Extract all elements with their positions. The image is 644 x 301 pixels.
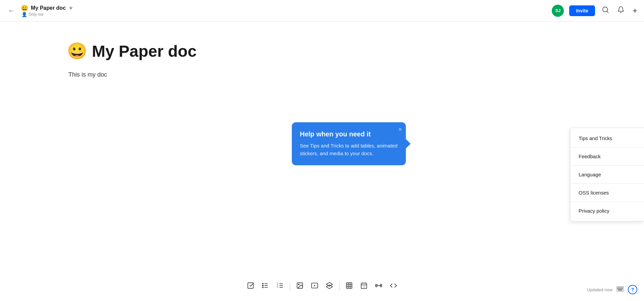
doc-title: My Paper doc — [31, 5, 66, 11]
svg-rect-38 — [621, 287, 622, 288]
numbered-list-icon[interactable]: 1 2 3 — [274, 280, 286, 293]
svg-point-8 — [262, 287, 263, 288]
dropdown-divider-2 — [571, 165, 644, 166]
svg-rect-44 — [622, 289, 623, 289]
avatar: SJ — [552, 5, 564, 17]
dropdown-item-language[interactable]: Language — [571, 167, 644, 182]
back-button[interactable]: ← — [5, 5, 17, 16]
header-right: SJ Invite + — [552, 5, 639, 17]
checkbox-icon[interactable] — [244, 280, 257, 293]
svg-text:12: 12 — [363, 286, 365, 288]
svg-marker-20 — [326, 285, 332, 289]
invite-button[interactable]: Invite — [569, 5, 595, 16]
doc-visibility-label: Only me — [29, 12, 44, 17]
calendar-icon[interactable]: 12 — [358, 280, 370, 293]
notifications-button[interactable] — [616, 5, 626, 16]
dropdown-divider-1 — [571, 147, 644, 147]
help-popup-close-button[interactable]: × — [398, 126, 402, 132]
help-popup-body: See Tips and Tricks to add tables, anima… — [300, 142, 398, 157]
dropdown-item-tips-tricks[interactable]: Tips and Tricks — [571, 131, 644, 146]
bottom-right-bar: Updated now ? — [587, 285, 637, 294]
doc-title-area: 😀 My Paper doc ★ 👤 Only me — [21, 4, 73, 17]
svg-rect-2 — [248, 283, 254, 289]
heading-text: My Paper doc — [92, 42, 197, 60]
svg-line-1 — [607, 11, 608, 12]
bottom-toolbar: 1 2 3 12 — [244, 280, 400, 293]
keyboard-icon[interactable] — [616, 286, 624, 293]
doc-subtitle: 👤 Only me — [21, 12, 73, 17]
svg-point-7 — [262, 285, 263, 286]
dropbox-icon[interactable] — [323, 280, 336, 293]
help-popup-arrow — [406, 139, 411, 148]
doc-body: This is my doc — [68, 71, 577, 78]
svg-rect-36 — [619, 287, 619, 288]
dropdown-item-oss-licenses[interactable]: OSS licenses — [571, 185, 644, 200]
svg-rect-21 — [346, 283, 352, 289]
bullet-list-icon[interactable] — [259, 280, 272, 293]
help-circle-button[interactable]: ? — [628, 285, 637, 294]
search-button[interactable] — [600, 5, 610, 16]
image-icon[interactable] — [293, 280, 306, 293]
svg-marker-19 — [326, 283, 332, 286]
toolbar-divider-2 — [339, 283, 339, 291]
help-popup: × Help when you need it See Tips and Tri… — [292, 122, 406, 165]
header: ← 😀 My Paper doc ★ 👤 Only me SJ Invite — [0, 0, 644, 22]
add-button[interactable]: + — [631, 5, 639, 17]
dropdown-divider-4 — [571, 202, 644, 202]
svg-rect-40 — [618, 289, 618, 289]
svg-rect-41 — [619, 289, 619, 289]
svg-rect-43 — [621, 289, 622, 289]
svg-rect-35 — [618, 287, 618, 288]
code-icon[interactable] — [387, 280, 400, 293]
help-popup-title: Help when you need it — [300, 130, 398, 138]
updated-timestamp: Updated now — [587, 287, 612, 292]
svg-rect-45 — [619, 290, 622, 290]
svg-text:3: 3 — [277, 286, 278, 288]
doc-title-row: 😀 My Paper doc ★ — [21, 4, 73, 12]
svg-point-16 — [298, 284, 299, 285]
svg-marker-18 — [314, 285, 316, 287]
doc-emoji: 😀 — [21, 4, 28, 12]
star-icon[interactable]: ★ — [68, 5, 73, 11]
table-icon[interactable] — [343, 280, 356, 293]
main-content: 😀 My Paper doc This is my doc × Help whe… — [0, 22, 644, 98]
toolbar-divider-1 — [290, 283, 290, 291]
dropdown-item-feedback[interactable]: Feedback — [571, 149, 644, 164]
dropdown-divider-3 — [571, 183, 644, 184]
person-icon: 👤 — [21, 12, 27, 17]
doc-heading: 😀 My Paper doc — [67, 42, 577, 60]
svg-rect-37 — [620, 287, 621, 288]
svg-rect-39 — [622, 287, 623, 288]
header-left: ← 😀 My Paper doc ★ 👤 Only me — [5, 4, 552, 17]
embed-icon[interactable] — [308, 280, 321, 293]
svg-rect-42 — [620, 289, 621, 289]
dropdown-menu: Tips and Tricks Feedback Language OSS li… — [570, 128, 644, 221]
heading-emoji: 😀 — [67, 42, 87, 60]
horizontal-rule-icon[interactable] — [372, 280, 385, 293]
svg-point-6 — [262, 283, 263, 284]
dropdown-item-privacy-policy[interactable]: Privacy policy — [571, 203, 644, 218]
